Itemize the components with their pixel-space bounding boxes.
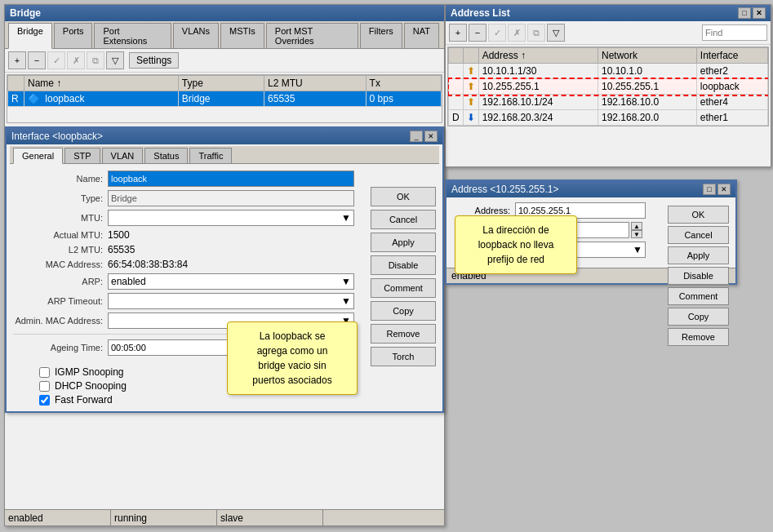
col-name[interactable]: Name ↑	[24, 76, 179, 91]
addr-dialog: Address <10.255.255.1> □ ✕ Address: Netw…	[445, 180, 737, 285]
addr-dialog-controls: □ ✕	[703, 184, 731, 195]
tab-bridge[interactable]: Bridge	[8, 23, 52, 49]
addr-dialog-title: Address <10.255.255.1>	[451, 184, 558, 195]
col-address[interactable]: Address ↑	[478, 48, 598, 64]
tab-stp[interactable]: STP	[64, 148, 100, 163]
mac-label: MAC Address:	[13, 259, 103, 269]
mtu-select[interactable]: ▼	[108, 210, 354, 226]
filter-button[interactable]: ▽	[106, 51, 124, 69]
addr-remove-button[interactable]: Remove	[668, 328, 729, 346]
addrlist-copy[interactable]: ⧉	[527, 24, 545, 42]
addr-row-3[interactable]: D ⬇ 192.168.20.3/24 192.168.20.0 ether1	[449, 110, 768, 126]
settings-button[interactable]: Settings	[129, 52, 179, 69]
addrlist-search[interactable]	[702, 24, 767, 41]
addrlist-controls: □ ✕	[738, 7, 766, 19]
arp-timeout-select[interactable]: ▼	[108, 293, 354, 309]
tab-port-extensions[interactable]: Port Extensions	[94, 23, 171, 48]
l2-mtu-label: L2 MTU:	[13, 245, 103, 255]
tooltip-1: La loopback seagrega como unbridge vacio…	[227, 321, 358, 395]
addrlist-toolbar: + − ✓ ✗ ⧉ ▽	[446, 21, 771, 45]
col-tx[interactable]: Tx	[366, 76, 441, 91]
cross-button[interactable]: ✗	[67, 51, 85, 69]
col-flag	[449, 48, 464, 64]
addr-cancel-button[interactable]: Cancel	[668, 226, 729, 244]
iface-minimize[interactable]: _	[410, 131, 423, 142]
remove-button[interactable]: −	[28, 51, 46, 69]
addrlist-remove[interactable]: −	[469, 24, 486, 42]
addrlist-table-container: Address ↑ Network Interface ⬆ 10.10.1.1/…	[447, 47, 769, 126]
col-type[interactable]: Type	[178, 76, 264, 91]
col-network[interactable]: Network	[598, 48, 696, 64]
col-addr-icon	[463, 48, 478, 64]
addr-disable-button[interactable]: Disable	[668, 267, 729, 285]
addr-comment-button[interactable]: Comment	[668, 287, 729, 305]
tab-traffic[interactable]: Traffic	[189, 148, 232, 163]
addr-ok-button[interactable]: OK	[668, 206, 729, 224]
addr-apply-button[interactable]: Apply	[668, 246, 729, 264]
mtu-label: MTU:	[13, 213, 103, 223]
tab-filters[interactable]: Filters	[360, 23, 402, 48]
mac-value: 66:54:08:38:B3:84	[108, 259, 188, 270]
copy-button-iface[interactable]: Copy	[371, 301, 436, 321]
tab-ports[interactable]: Ports	[54, 23, 93, 48]
arp-select[interactable]: enabled ▼	[108, 273, 354, 290]
addr-row-1[interactable]: ⬆ 10.255.255.1 10.255.255.1 loopback	[449, 79, 768, 95]
addrlist-check[interactable]: ✓	[488, 24, 506, 42]
col-interface[interactable]: Interface	[696, 48, 767, 64]
type-input	[108, 190, 354, 206]
addr-row-2[interactable]: ⬆ 192.168.10.1/24 192.168.10.0 ether4	[449, 95, 768, 110]
addrlist-add[interactable]: +	[449, 24, 467, 42]
tab-mstis[interactable]: MSTIs	[220, 23, 264, 48]
addrlist-window: Address List □ ✕ + − ✓ ✗ ⧉ ▽ Address ↑ N…	[445, 4, 771, 167]
check-button[interactable]: ✓	[47, 51, 65, 69]
ok-button[interactable]: OK	[371, 187, 436, 206]
apply-button[interactable]: Apply	[371, 233, 436, 252]
row-type: Bridge	[178, 91, 264, 107]
tab-vlan[interactable]: VLAN	[102, 148, 144, 163]
addr-copy-button[interactable]: Copy	[668, 308, 729, 326]
copy-button[interactable]: ⧉	[87, 51, 104, 69]
addr-dialog-maximize[interactable]: □	[703, 184, 716, 195]
tab-port-mst-overrides[interactable]: Port MST Overrides	[266, 23, 358, 48]
network-down[interactable]: ▼	[631, 230, 642, 238]
addrlist-filter[interactable]: ▽	[547, 24, 565, 42]
ageing-input[interactable]	[108, 339, 238, 356]
l2-mtu-value: 65535	[108, 244, 135, 255]
addr-row-0[interactable]: ⬆ 10.10.1.1/30 10.10.1.0 ether2	[449, 64, 768, 79]
addrlist-close[interactable]: ✕	[753, 7, 766, 19]
addr-dialog-close[interactable]: ✕	[717, 184, 731, 195]
addr-2: 192.168.10.1/24	[478, 95, 598, 110]
dhcp-checkbox[interactable]	[39, 381, 50, 392]
table-row[interactable]: R 🔷 loopback Bridge 65535 0 bps	[8, 91, 442, 107]
iface-title: Interface <loopback>	[11, 131, 103, 142]
iface-2: ether4	[696, 95, 767, 110]
tab-vlans[interactable]: VLANs	[173, 23, 219, 48]
disable-button[interactable]: Disable	[371, 255, 436, 275]
iface-close[interactable]: ✕	[424, 131, 438, 142]
tab-status[interactable]: Status	[144, 148, 188, 163]
igmp-checkbox[interactable]	[39, 367, 50, 378]
arp-timeout-row: ARP Timeout: ▼	[13, 293, 354, 309]
col-l2mtu[interactable]: L2 MTU	[264, 76, 367, 91]
fastforward-checkbox[interactable]	[39, 395, 50, 406]
type-label: Type:	[13, 193, 103, 203]
name-input[interactable]	[108, 171, 354, 187]
tab-nat[interactable]: NAT	[404, 23, 439, 48]
tab-general[interactable]: General	[13, 148, 63, 164]
cancel-button[interactable]: Cancel	[371, 210, 436, 229]
add-button[interactable]: +	[8, 51, 26, 69]
row-l2mtu: 65535	[264, 91, 367, 107]
bridge-title: Bridge	[10, 7, 41, 19]
l2-mtu-row: L2 MTU: 65535	[13, 244, 354, 255]
iface-3: ether1	[696, 110, 767, 126]
torch-button[interactable]: Torch	[371, 347, 436, 366]
remove-button-iface[interactable]: Remove	[371, 324, 436, 344]
status-enabled: enabled	[5, 510, 111, 525]
addrlist-maximize[interactable]: □	[738, 7, 751, 19]
network-up[interactable]: ▲	[631, 222, 642, 230]
iface-0: ether2	[696, 64, 767, 79]
comment-button[interactable]: Comment	[371, 278, 436, 298]
bridge-tab-bar: Bridge Ports Port Extensions VLANs MSTIs…	[5, 21, 444, 49]
iface-1: loopback	[696, 79, 767, 95]
addrlist-cross[interactable]: ✗	[508, 24, 526, 42]
